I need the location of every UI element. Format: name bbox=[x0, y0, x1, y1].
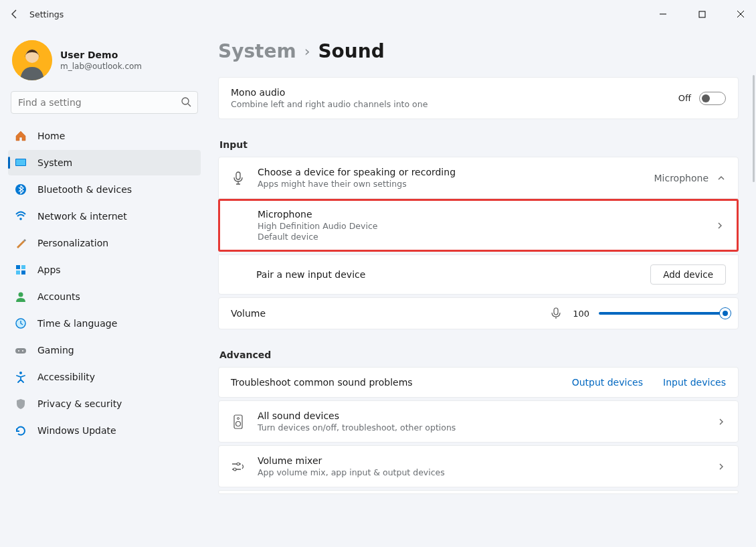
choose-device-subtitle: Apps might have their own settings bbox=[258, 179, 642, 189]
svg-rect-11 bbox=[21, 270, 25, 275]
nav-privacy[interactable]: Privacy & security bbox=[8, 391, 201, 416]
nav-label: Accounts bbox=[37, 291, 80, 302]
sidebar: User Demo m_lab@outlook.com Home System bbox=[0, 28, 209, 547]
mixer-title: Volume mixer bbox=[258, 455, 704, 466]
nav-system[interactable]: System bbox=[8, 150, 201, 175]
nav-label: Privacy & security bbox=[37, 398, 122, 409]
svg-point-7 bbox=[19, 218, 22, 220]
nav-update[interactable]: Windows Update bbox=[8, 418, 201, 443]
maximize-button[interactable] bbox=[686, 3, 717, 25]
add-device-button[interactable]: Add device bbox=[650, 264, 726, 285]
nav-label: Time & language bbox=[37, 318, 117, 329]
all-sound-subtitle: Turn devices on/off, troubleshoot, other… bbox=[258, 422, 704, 433]
nav-label: Gaming bbox=[37, 345, 74, 356]
gaming-icon bbox=[15, 344, 27, 356]
troubleshoot-title: Troubleshoot common sound problems bbox=[231, 377, 560, 388]
chevron-right-icon[interactable] bbox=[717, 417, 726, 426]
mono-audio-toggle[interactable] bbox=[699, 92, 726, 105]
avatar bbox=[12, 40, 52, 80]
personalization-icon bbox=[15, 237, 27, 249]
network-icon bbox=[15, 210, 27, 222]
svg-rect-0 bbox=[699, 11, 705, 17]
choose-device-title: Choose a device for speaking or recordin… bbox=[258, 167, 642, 177]
account-name: User Demo bbox=[60, 50, 142, 60]
account-email: m_lab@outlook.com bbox=[60, 62, 142, 71]
accounts-icon bbox=[15, 291, 27, 303]
svg-point-18 bbox=[19, 372, 22, 374]
svg-rect-20 bbox=[554, 308, 558, 315]
time-icon bbox=[15, 317, 27, 329]
advanced-section-label: Advanced bbox=[219, 349, 739, 360]
svg-point-23 bbox=[236, 421, 241, 426]
troubleshoot-card: Troubleshoot common sound problems Outpu… bbox=[218, 367, 739, 398]
nav-accessibility[interactable]: Accessibility bbox=[8, 364, 201, 390]
system-icon bbox=[15, 157, 27, 169]
input-section-label: Input bbox=[219, 139, 739, 150]
volume-slider[interactable] bbox=[599, 312, 726, 315]
nav-list: Home System Bluetooth & devices Network … bbox=[8, 123, 201, 443]
nav-home[interactable]: Home bbox=[8, 123, 201, 149]
pair-device-title: Pair a new input device bbox=[256, 269, 638, 280]
all-sound-devices-card[interactable]: All sound devices Turn devices on/off, t… bbox=[218, 400, 739, 443]
mono-audio-card[interactable]: Mono audio Combine left and right audio … bbox=[218, 77, 739, 119]
close-button[interactable] bbox=[725, 3, 756, 25]
mixer-icon bbox=[231, 461, 246, 473]
minimize-button[interactable] bbox=[648, 3, 678, 25]
svg-point-16 bbox=[18, 350, 19, 351]
microphone-device-card[interactable]: Microphone High Definition Audio Device … bbox=[218, 199, 739, 252]
input-devices-link[interactable]: Input devices bbox=[663, 377, 726, 388]
nav-label: Bluetooth & devices bbox=[37, 184, 132, 195]
nav-label: System bbox=[37, 157, 72, 168]
nav-accounts[interactable]: Accounts bbox=[8, 284, 201, 309]
accessibility-icon bbox=[15, 371, 27, 383]
svg-rect-8 bbox=[16, 265, 20, 269]
svg-point-22 bbox=[238, 417, 240, 419]
breadcrumb-current: Sound bbox=[318, 40, 384, 62]
nav-apps[interactable]: Apps bbox=[8, 257, 201, 283]
microphone-line1: High Definition Audio Device bbox=[258, 221, 703, 231]
nav-label: Personalization bbox=[37, 238, 108, 248]
svg-rect-15 bbox=[15, 348, 26, 354]
microphone-title: Microphone bbox=[258, 209, 703, 220]
partial-card bbox=[218, 490, 739, 494]
breadcrumb-parent[interactable]: System bbox=[218, 40, 296, 62]
nav-label: Windows Update bbox=[37, 425, 116, 436]
scrollbar[interactable] bbox=[753, 75, 755, 182]
search-box[interactable] bbox=[11, 91, 198, 114]
titlebar: Settings bbox=[0, 0, 756, 28]
back-button[interactable] bbox=[8, 7, 21, 21]
account-block[interactable]: User Demo m_lab@outlook.com bbox=[8, 36, 201, 88]
svg-rect-9 bbox=[21, 265, 25, 269]
chevron-right-icon[interactable] bbox=[715, 221, 725, 230]
mono-audio-state: Off bbox=[678, 93, 691, 103]
nav-label: Apps bbox=[37, 264, 61, 275]
chevron-right-icon: › bbox=[304, 43, 310, 60]
nav-bluetooth[interactable]: Bluetooth & devices bbox=[8, 177, 201, 202]
microphone-icon bbox=[231, 171, 246, 185]
nav-time[interactable]: Time & language bbox=[8, 311, 201, 336]
chevron-right-icon[interactable] bbox=[717, 462, 726, 471]
privacy-icon bbox=[15, 398, 27, 410]
volume-slider-thumb[interactable] bbox=[720, 308, 731, 319]
microphone-icon[interactable] bbox=[551, 307, 561, 319]
bluetooth-icon bbox=[15, 183, 27, 196]
svg-rect-19 bbox=[236, 172, 240, 179]
nav-network[interactable]: Network & internet bbox=[8, 204, 201, 229]
svg-point-24 bbox=[237, 463, 240, 465]
choose-device-card[interactable]: Choose a device for speaking or recordin… bbox=[218, 157, 739, 199]
output-devices-link[interactable]: Output devices bbox=[572, 377, 643, 388]
volume-value: 100 bbox=[571, 309, 589, 319]
svg-point-17 bbox=[22, 350, 23, 351]
search-input[interactable] bbox=[11, 91, 198, 114]
volume-mixer-card[interactable]: Volume mixer App volume mix, app input &… bbox=[218, 445, 739, 487]
nav-label: Home bbox=[37, 131, 65, 141]
microphone-line2: Default device bbox=[258, 232, 703, 242]
update-icon bbox=[15, 424, 27, 437]
nav-personalization[interactable]: Personalization bbox=[8, 230, 201, 256]
volume-title: Volume bbox=[231, 308, 539, 319]
chevron-up-icon[interactable] bbox=[717, 173, 726, 183]
nav-gaming[interactable]: Gaming bbox=[8, 337, 201, 363]
home-icon bbox=[15, 130, 27, 142]
pair-device-card: Pair a new input device Add device bbox=[218, 254, 739, 295]
mixer-subtitle: App volume mix, app input & output devic… bbox=[258, 467, 704, 477]
